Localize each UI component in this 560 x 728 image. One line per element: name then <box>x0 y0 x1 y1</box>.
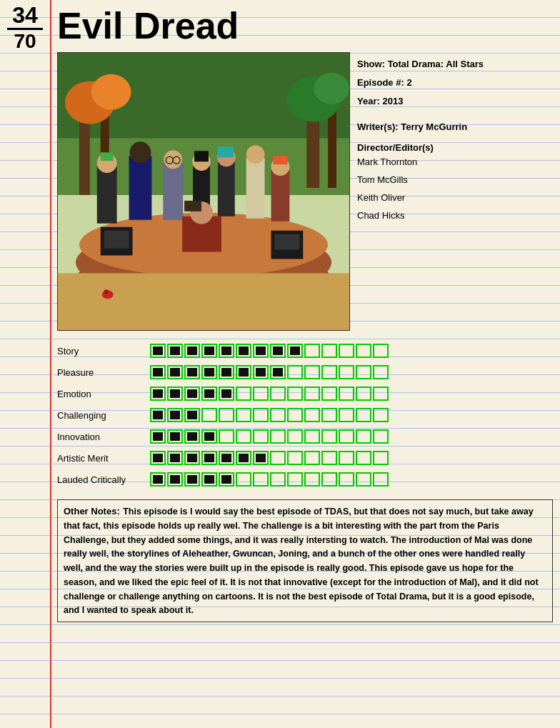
rating-cell <box>150 408 166 422</box>
svg-point-10 <box>314 73 349 104</box>
rating-cell <box>201 472 217 487</box>
score-box: 34 70 <box>4 4 46 51</box>
rating-row: Emotion <box>57 384 553 403</box>
rating-cell <box>356 365 371 379</box>
svg-rect-14 <box>58 274 349 331</box>
year-value: 2013 <box>382 96 403 106</box>
episode-value: 2 <box>406 77 411 88</box>
rating-cell <box>253 429 269 444</box>
rating-cell <box>373 387 389 401</box>
rating-cell <box>356 472 371 487</box>
rating-cell <box>373 472 389 487</box>
rating-cell <box>373 365 389 379</box>
rating-cell <box>339 365 354 379</box>
rating-cell <box>321 344 337 358</box>
rating-cell <box>321 472 337 487</box>
rating-cell <box>321 429 337 444</box>
rating-cell <box>304 472 320 487</box>
info-panel: Show: Total Drama: All Stars Episode #: … <box>357 52 553 331</box>
rating-cell <box>184 365 200 379</box>
rating-cell <box>321 387 337 401</box>
svg-rect-15 <box>97 166 117 224</box>
rating-cell <box>287 429 303 444</box>
rating-cell <box>167 472 183 487</box>
rating-cell <box>150 344 166 358</box>
writers-row: Writer(s): Terry McGurrin <box>357 118 553 136</box>
rating-cell <box>321 451 337 465</box>
rating-cell <box>150 472 166 487</box>
svg-rect-30 <box>246 158 265 219</box>
rating-row: Story <box>57 341 553 360</box>
director-tom: Tom McGills <box>357 171 553 189</box>
rating-cell <box>339 451 354 465</box>
director-label: Director/Editor(s) <box>357 142 553 153</box>
rating-cell <box>184 429 200 444</box>
rating-cell <box>287 472 303 487</box>
episode-image <box>57 52 350 331</box>
rating-cell <box>201 365 217 379</box>
rating-cell <box>356 344 371 358</box>
svg-rect-26 <box>194 151 209 161</box>
rating-cell <box>201 387 217 401</box>
svg-point-43 <box>104 289 109 294</box>
rating-cell <box>150 429 166 444</box>
rating-cell <box>304 451 320 465</box>
rating-cell <box>236 365 251 379</box>
rating-cell <box>304 387 320 401</box>
director-keith: Keith Oliver <box>357 189 553 206</box>
svg-rect-29 <box>218 147 234 158</box>
svg-rect-32 <box>271 170 290 221</box>
rating-cell <box>356 429 371 444</box>
rating-grid <box>150 451 389 465</box>
rating-row: Pleasure <box>57 363 553 382</box>
rating-grid <box>150 387 389 401</box>
rating-cell <box>339 387 354 401</box>
rating-grid <box>150 429 389 444</box>
rating-grid <box>150 408 389 422</box>
rating-cell <box>167 365 183 379</box>
rating-grid <box>150 472 389 487</box>
rating-label: Pleasure <box>57 367 150 378</box>
rating-cell <box>184 387 200 401</box>
svg-rect-27 <box>218 161 235 216</box>
rating-cell <box>304 408 320 422</box>
svg-rect-20 <box>163 163 183 220</box>
rating-cell <box>150 387 166 401</box>
director-mark: Mark Thornton <box>357 153 553 171</box>
rating-cell <box>321 408 337 422</box>
notes-label: Other Notes: <box>64 506 120 517</box>
rating-cell <box>356 387 371 401</box>
svg-rect-17 <box>101 152 114 161</box>
episode-label: Episode #: <box>357 77 404 88</box>
main-section: Show: Total Drama: All Stars Episode #: … <box>57 52 553 331</box>
svg-rect-41 <box>274 234 299 250</box>
page-title: Evil Dread <box>57 6 239 46</box>
rating-cell <box>167 408 183 422</box>
rating-row: Artistic Merit <box>57 449 553 467</box>
rating-cell <box>184 472 200 487</box>
rating-cell <box>270 365 286 379</box>
rating-cell <box>219 472 234 487</box>
svg-rect-34 <box>273 156 287 164</box>
rating-row: Innovation <box>57 427 553 446</box>
show-row: Show: Total Drama: All Stars <box>357 55 553 74</box>
rating-cell <box>184 344 200 358</box>
rating-cell <box>253 344 269 358</box>
rating-cell <box>219 387 234 401</box>
director-section: Director/Editor(s) Mark Thornton Tom McG… <box>357 142 553 224</box>
rating-cell <box>287 344 303 358</box>
rating-cell <box>356 408 371 422</box>
rating-cell <box>304 429 320 444</box>
rating-cell <box>253 472 269 487</box>
rating-cell <box>270 408 286 422</box>
rating-cell <box>373 451 389 465</box>
rating-cell <box>373 408 389 422</box>
rating-cell <box>201 344 217 358</box>
svg-point-19 <box>130 142 151 164</box>
rating-cell <box>253 387 269 401</box>
director-chad: Chad Hicks <box>357 206 553 224</box>
rating-cell <box>373 429 389 444</box>
rating-label: Emotion <box>57 389 150 399</box>
rating-cell <box>339 408 354 422</box>
rating-label: Story <box>57 346 150 356</box>
